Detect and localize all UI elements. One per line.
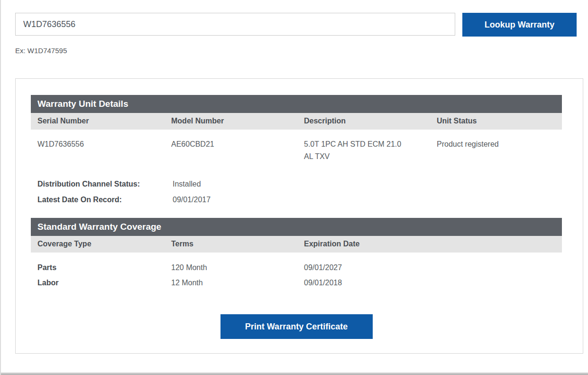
unit-extra-fields: Distribution Channel Status: Installed L… [31, 176, 562, 207]
lookup-warranty-button[interactable]: Lookup Warranty [462, 13, 577, 37]
coverage-expiration-value: 09/01/2018 [297, 275, 562, 291]
column-header-serial-number: Serial Number [31, 117, 165, 125]
column-header-expiration-date: Expiration Date [297, 240, 562, 248]
column-header-terms: Terms [165, 240, 297, 248]
coverage-rows: Parts 120 Month 09/01/2027 Labor 12 Mont… [31, 260, 562, 291]
serial-example-hint: Ex: W1D747595 [15, 47, 588, 55]
column-header-description: Description [297, 117, 430, 125]
model-number-value: AE60CBD21 [165, 138, 297, 163]
distribution-channel-status-value: Installed [165, 176, 562, 192]
coverage-terms-value: 120 Month [165, 260, 297, 275]
coverage-row-parts: Parts 120 Month 09/01/2027 [31, 260, 562, 275]
coverage-type-value: Labor [31, 275, 165, 291]
coverage-expiration-value: 09/01/2027 [297, 260, 562, 275]
print-button-container: Print Warranty Certificate [31, 314, 562, 339]
coverage-type-value: Parts [31, 260, 165, 275]
distribution-channel-status-row: Distribution Channel Status: Installed [31, 176, 562, 192]
warranty-lookup-page: Lookup Warranty Ex: W1D747595 Warranty U… [0, 0, 588, 375]
print-warranty-certificate-button[interactable]: Print Warranty Certificate [220, 314, 373, 339]
unit-details-section-header: Warranty Unit Details [31, 95, 562, 113]
serial-number-input[interactable] [15, 13, 455, 36]
column-header-coverage-type: Coverage Type [31, 240, 165, 248]
distribution-channel-status-label: Distribution Channel Status: [31, 176, 165, 192]
coverage-row-labor: Labor 12 Month 09/01/2018 [31, 275, 562, 291]
coverage-section-header: Standard Warranty Coverage [31, 218, 562, 236]
unit-details-row: W1D7636556 AE60CBD21 5.0T 1PC AH STD ECM… [31, 138, 562, 163]
description-value: 5.0T 1PC AH STD ECM 21.0 AL TXV [297, 138, 430, 163]
column-header-unit-status: Unit Status [430, 117, 562, 125]
column-header-model-number: Model Number [165, 117, 297, 125]
lookup-row: Lookup Warranty [1, 0, 588, 37]
unit-status-value: Product registered [430, 138, 562, 163]
warranty-results-panel: Warranty Unit Details Serial Number Mode… [15, 78, 583, 354]
coverage-column-headers: Coverage Type Terms Expiration Date [31, 236, 562, 253]
coverage-terms-value: 12 Month [165, 275, 297, 291]
unit-details-column-headers: Serial Number Model Number Description U… [31, 113, 562, 130]
page-bottom-divider [1, 373, 588, 375]
latest-date-on-record-row: Latest Date On Record: 09/01/2017 [31, 192, 562, 207]
serial-number-value: W1D7636556 [31, 138, 165, 163]
latest-date-on-record-value: 09/01/2017 [165, 192, 562, 207]
latest-date-on-record-label: Latest Date On Record: [31, 192, 165, 207]
